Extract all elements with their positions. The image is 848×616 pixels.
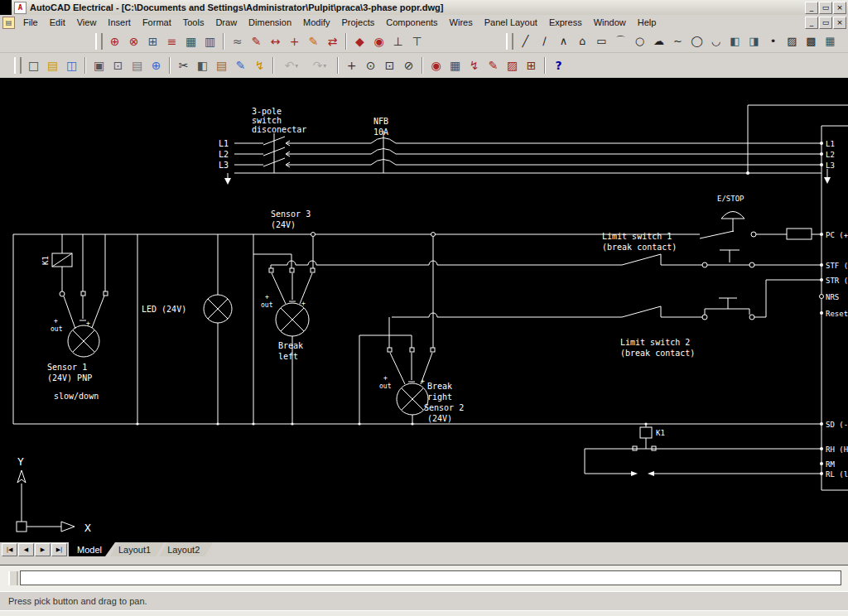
- rectangle-icon[interactable]: ▭: [592, 32, 611, 51]
- toolbar-grip[interactable]: [506, 33, 513, 50]
- insert-block-icon[interactable]: ◧: [725, 32, 744, 51]
- command-grip[interactable]: [8, 571, 18, 585]
- quickcalc-icon[interactable]: ⊞: [522, 56, 541, 75]
- plot-icon[interactable]: ▣: [89, 56, 108, 75]
- open-icon[interactable]: ▤: [43, 56, 62, 75]
- menu-item[interactable]: Modify: [297, 16, 335, 29]
- copy-icon[interactable]: ◧: [193, 56, 212, 75]
- hatch-icon[interactable]: ▨: [783, 32, 802, 51]
- polyline-icon[interactable]: ∧: [554, 32, 573, 51]
- restore-button[interactable]: ▭: [819, 2, 832, 14]
- menu-item[interactable]: View: [71, 16, 103, 29]
- move-component-icon[interactable]: +: [285, 32, 304, 51]
- autocad-app-icon: A: [14, 2, 26, 14]
- tab-layout2[interactable]: Layout2: [159, 542, 213, 556]
- tab-model[interactable]: Model: [69, 542, 115, 556]
- acade-bolt-icon[interactable]: ↯: [465, 56, 484, 75]
- menu-item[interactable]: Tools: [177, 16, 210, 29]
- menu-item[interactable]: Help: [632, 16, 662, 29]
- title-bar[interactable]: A AutoCAD Electrical - [C:\Documents and…: [0, 0, 848, 15]
- etransmit-icon[interactable]: ↯: [250, 56, 269, 75]
- insert-ladder-icon[interactable]: ▦: [181, 32, 200, 51]
- menu-item[interactable]: Edit: [44, 16, 71, 29]
- drawing-file-icon[interactable]: ▤: [2, 17, 15, 29]
- wire-tee-icon[interactable]: ⊥: [388, 32, 407, 51]
- menu-item[interactable]: Projects: [335, 16, 380, 29]
- save-icon[interactable]: ◫: [62, 56, 81, 75]
- ellipse-arc-icon[interactable]: ◡: [706, 32, 725, 51]
- child-minimize-button[interactable]: _: [805, 17, 818, 29]
- menu-item[interactable]: File: [17, 16, 44, 29]
- menu-item[interactable]: Express: [543, 16, 588, 29]
- minimize-button[interactable]: _: [805, 2, 818, 14]
- menu-item[interactable]: Window: [588, 16, 632, 29]
- pan-icon[interactable]: +: [342, 56, 361, 75]
- insert-wire-icon[interactable]: ⊞: [143, 32, 162, 51]
- close-button[interactable]: ×: [833, 2, 846, 14]
- surfer-icon[interactable]: ◉: [369, 32, 388, 51]
- acade-markup-icon[interactable]: ▨: [503, 56, 522, 75]
- acade-surfer-icon[interactable]: ◉: [426, 56, 446, 75]
- zoom-window-icon[interactable]: ⊡: [380, 56, 399, 75]
- menu-item[interactable]: Wires: [444, 16, 479, 29]
- menu-item[interactable]: Components: [380, 16, 443, 29]
- edit-component-icon[interactable]: ✎: [247, 32, 266, 51]
- revise-ladder-icon[interactable]: ▥: [200, 32, 219, 51]
- revision-cloud-icon[interactable]: ☁: [649, 32, 668, 51]
- paste-icon[interactable]: ▤: [212, 56, 231, 75]
- child-close-button[interactable]: ×: [833, 17, 846, 29]
- menu-item[interactable]: Insert: [102, 16, 137, 29]
- tab-next-button[interactable]: ▶: [35, 543, 51, 556]
- swap-wire-numbers-icon[interactable]: ⇄: [323, 32, 342, 51]
- command-input[interactable]: [20, 570, 841, 585]
- new-file-icon[interactable]: □: [24, 56, 43, 75]
- acade-panel-icon[interactable]: ▦: [446, 56, 465, 75]
- construction-line-icon[interactable]: ∕: [535, 32, 554, 51]
- help-icon[interactable]: ?: [549, 56, 568, 75]
- publish-icon[interactable]: ▤: [128, 56, 147, 75]
- drawing-area[interactable]: 3-pole switch disconectar NFB 10A L1 L2 …: [0, 78, 848, 542]
- ellipse-icon[interactable]: ◯: [687, 32, 706, 51]
- undo-icon[interactable]: ↶▾: [277, 56, 306, 75]
- menu-item[interactable]: Panel Layout: [479, 16, 543, 29]
- child-restore-button[interactable]: ▭: [819, 17, 832, 29]
- point-icon[interactable]: •: [764, 32, 783, 51]
- scoot-icon[interactable]: ↔: [266, 32, 285, 51]
- cut-icon[interactable]: ✂: [174, 56, 193, 75]
- insert-panel-component-icon[interactable]: ⊗: [124, 32, 143, 51]
- label-nfb-rating: 10A: [373, 128, 388, 137]
- label-break-left-1: Break: [278, 341, 303, 350]
- command-splitter[interactable]: [0, 556, 848, 565]
- table-icon[interactable]: ▦: [821, 32, 840, 51]
- toolbar-grip[interactable]: [14, 57, 22, 74]
- polygon-icon[interactable]: ⌂: [573, 32, 592, 51]
- match-properties-icon[interactable]: ✎: [231, 56, 250, 75]
- circuit-builder-icon[interactable]: ≈: [228, 32, 247, 51]
- tab-first-button[interactable]: |◀: [2, 543, 17, 556]
- acade-edit-icon[interactable]: ✎: [484, 56, 503, 75]
- tab-layout1[interactable]: Layout1: [110, 542, 164, 556]
- zoom-previous-icon[interactable]: ⊘: [399, 56, 418, 75]
- tab-prev-button[interactable]: ◀: [18, 543, 34, 556]
- arc-icon[interactable]: ⌒: [611, 32, 630, 51]
- delete-component-icon[interactable]: ◆: [350, 32, 369, 51]
- tab-last-button[interactable]: ▶|: [51, 543, 67, 556]
- multiple-bus-icon[interactable]: ≡: [162, 32, 181, 51]
- redo-icon[interactable]: ↷▾: [306, 56, 334, 75]
- menu-item[interactable]: Dimension: [243, 16, 297, 29]
- menu-item[interactable]: Format: [137, 16, 177, 29]
- spline-icon[interactable]: ~: [668, 32, 687, 51]
- insert-component-icon[interactable]: ⊕: [105, 32, 124, 51]
- hyperlink-icon[interactable]: ⊕: [147, 56, 166, 75]
- circle-icon[interactable]: ○: [630, 32, 649, 51]
- line-icon[interactable]: ╱: [516, 32, 535, 51]
- terminal-reset: Reset: [826, 310, 848, 318]
- gradient-icon[interactable]: ▩: [802, 32, 821, 51]
- plot-preview-icon[interactable]: ⊡: [108, 56, 128, 75]
- menu-item[interactable]: Draw: [210, 16, 243, 29]
- edit-wire-icon[interactable]: ✎: [304, 32, 323, 51]
- toolbar-grip[interactable]: [95, 33, 103, 50]
- make-block-icon[interactable]: ◨: [744, 32, 764, 51]
- wire-cross-icon[interactable]: ⊤: [407, 32, 426, 51]
- zoom-realtime-icon[interactable]: ⊙: [361, 56, 380, 75]
